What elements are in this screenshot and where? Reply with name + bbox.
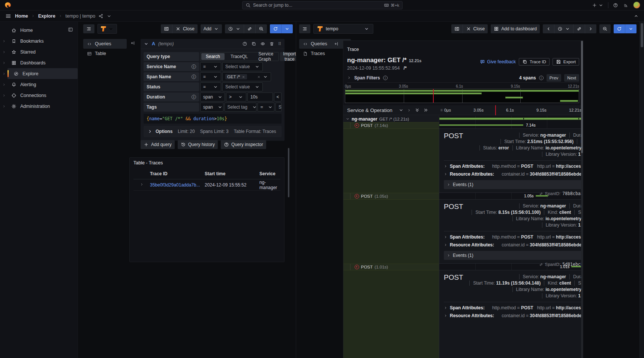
col-trace-id[interactable]: Trace ID <box>150 171 205 176</box>
sidebar-item-starred[interactable]: Starred <box>0 46 78 57</box>
window-scrollbar-thumb[interactable] <box>641 23 643 47</box>
column-resize-handle[interactable] <box>439 105 443 115</box>
trace-panel-scrollbar-thumb[interactable] <box>581 41 583 153</box>
span-name-op-select[interactable]: = <box>200 72 221 81</box>
span-attributes-row[interactable]: Span Attributes: http.method = POSThttp.… <box>444 304 583 312</box>
status-value-select[interactable]: Select value <box>222 82 263 91</box>
time-range-button[interactable] <box>554 24 574 33</box>
breadcrumb-explore[interactable]: Explore <box>38 13 55 19</box>
run-query-button[interactable] <box>270 24 282 33</box>
collapse-query-icon[interactable] <box>144 41 149 46</box>
expand-one-icon[interactable] <box>407 108 411 112</box>
run-query-interval-button[interactable] <box>625 24 637 33</box>
tags-op-select[interactable]: = <box>258 103 274 112</box>
span-bar[interactable] <box>536 195 548 197</box>
permalink-button[interactable] <box>574 24 585 33</box>
collapse-rail-button-right[interactable] <box>334 41 339 48</box>
queries-drawer-button[interactable] <box>83 24 94 33</box>
add-query-button[interactable]: Add query <box>141 140 175 149</box>
options-row[interactable]: Options Limit: 20Spans Limit: 3Table For… <box>144 126 282 137</box>
trace-id-button[interactable]: Trace ID <box>519 58 550 66</box>
run-query-interval-button[interactable] <box>282 24 293 33</box>
tab-search[interactable]: Search <box>201 53 225 60</box>
span-row-post-1[interactable]: POST (7.14s) 7.14s <box>343 122 583 128</box>
resource-attributes-row[interactable]: Resource Attributes: container.id = 304f… <box>444 312 583 319</box>
grafana-logo[interactable] <box>4 2 11 9</box>
zoom-out-button[interactable] <box>256 24 267 33</box>
rail-item-queries[interactable]: Queries <box>83 39 127 49</box>
global-search[interactable]: ⌘+k <box>242 1 403 9</box>
share-icon[interactable] <box>98 13 103 19</box>
split-pane-button[interactable] <box>451 24 463 33</box>
query-inspector-button[interactable]: Query inspector <box>221 140 266 149</box>
root-span-row[interactable]: ng-manager GET /* (12.21s) <box>343 116 583 122</box>
resource-attributes-row[interactable]: Resource Attributes: container.id = 304f… <box>444 241 583 249</box>
zoom-out-button[interactable] <box>599 24 611 33</box>
status-op-select[interactable]: = <box>200 82 221 91</box>
new-button[interactable] <box>591 2 604 9</box>
resource-attributes-row[interactable]: Resource Attributes: container.id = 304f… <box>444 170 583 178</box>
permalink-button[interactable] <box>244 24 256 33</box>
help-button[interactable] <box>612 2 619 9</box>
prev-span-button[interactable]: Prev <box>547 74 562 82</box>
datasource-picker-right[interactable]: tempo <box>313 24 373 34</box>
tab-service-graph[interactable]: Service Graph <box>253 52 279 61</box>
drag-handle-icon[interactable]: ⠿ <box>278 42 282 46</box>
breadcrumb-home[interactable]: Home <box>15 13 28 19</box>
collapse-rail-button-left[interactable] <box>130 40 135 47</box>
service-name-value-select[interactable]: Select value <box>222 62 263 71</box>
tags-key-select[interactable]: Select tag <box>225 103 256 112</box>
minimap-canvas[interactable] <box>345 89 579 103</box>
close-pane-button-right[interactable]: Close <box>463 24 488 33</box>
delete-query-icon[interactable] <box>269 41 274 46</box>
span-name-value-select[interactable]: GET /* <box>222 72 271 81</box>
give-feedback-link[interactable]: Give feedback <box>480 59 516 64</box>
rail-item-table[interactable]: Table <box>83 49 127 58</box>
left-pane-scrollbar[interactable] <box>288 148 289 197</box>
span-attributes-row[interactable]: Span Attributes: http.method = POSThttp.… <box>444 233 583 241</box>
events-row[interactable]: Events (1) <box>444 251 583 260</box>
collapse-children-icon[interactable] <box>346 117 350 121</box>
expand-all-icon[interactable] <box>423 107 428 113</box>
col-service[interactable]: Service <box>259 171 280 176</box>
events-row[interactable]: Events (1) <box>444 180 583 189</box>
span-name-chip[interactable]: GET /* <box>225 74 247 79</box>
trace-minimap[interactable]: 0μs3.05s6.1s9.15s12.21s <box>345 84 579 103</box>
expand-span-filters[interactable] <box>347 76 351 80</box>
sidebar-item-administration[interactable]: Administration <box>0 101 78 112</box>
time-range-button[interactable] <box>225 24 244 33</box>
trace-id-link[interactable]: 35be0f3d29a01adda7b... <box>150 182 205 188</box>
sidebar-item-alerting[interactable]: Alerting <box>0 79 78 90</box>
trace-panel-scrollbar-track[interactable] <box>581 41 583 358</box>
time-shift-back-button[interactable] <box>543 24 554 33</box>
expand-chevron-icon[interactable] <box>2 72 6 76</box>
mega-menu-toggle[interactable] <box>4 12 12 20</box>
split-pane-button[interactable] <box>161 24 172 33</box>
close-pane-button-left[interactable]: Close <box>172 24 198 33</box>
tags-value-select[interactable]: Select va <box>276 103 282 112</box>
time-shift-forward-button[interactable] <box>585 24 596 33</box>
expand-chevron-icon[interactable] <box>2 94 6 97</box>
tags-scope-select[interactable]: span <box>200 103 223 112</box>
span-attributes-row[interactable]: Span Attributes: http.method = POSThttp.… <box>444 162 583 170</box>
search-input[interactable] <box>253 3 382 8</box>
export-button[interactable]: Export <box>553 58 579 66</box>
sidebar-item-bookmarks[interactable]: Bookmarks <box>0 36 78 46</box>
news-button[interactable] <box>623 2 629 9</box>
sidebar-item-home[interactable]: Home <box>0 25 78 36</box>
datasource-picker-left[interactable] <box>97 24 117 34</box>
collapse-toolbar-button[interactable] <box>633 13 640 19</box>
span-row-post-2[interactable]: POST (1.05s) 1.05s <box>343 193 583 199</box>
span-row-post-3[interactable]: POST (1.01s) 1.01s <box>343 264 583 270</box>
run-query-button[interactable] <box>614 24 625 33</box>
remove-chip-icon[interactable] <box>242 75 245 79</box>
queries-drawer-button[interactable] <box>299 24 310 33</box>
add-to-dashboard-button[interactable]: Add to dashboard <box>491 24 540 33</box>
user-avatar[interactable] <box>633 1 640 9</box>
add-button[interactable]: Add <box>201 24 222 33</box>
clear-icon[interactable] <box>257 75 261 79</box>
sidebar-item-dashboards[interactable]: Dashboards <box>0 57 78 68</box>
duration-op2-select[interactable]: < <box>274 92 282 101</box>
tab-traceql[interactable]: TraceQL <box>225 52 253 61</box>
duration-value-input[interactable]: 10s <box>247 92 273 101</box>
